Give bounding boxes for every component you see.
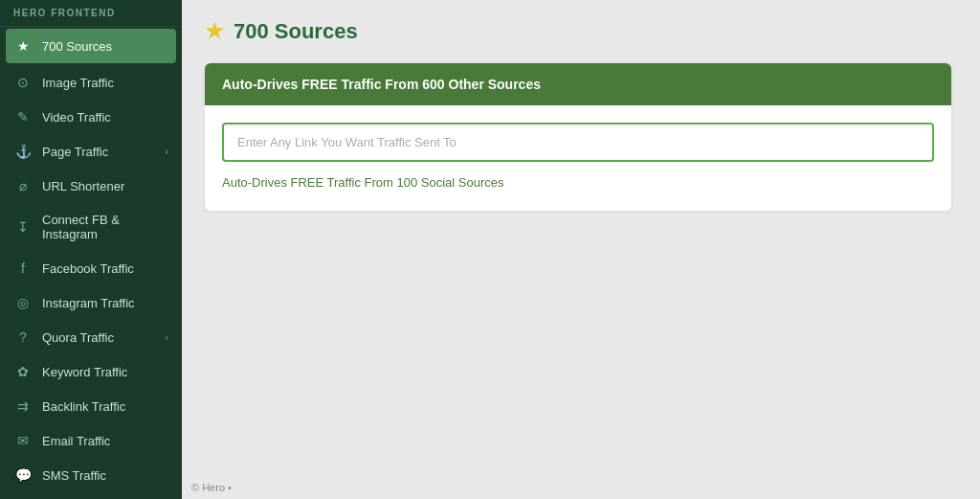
sms-traffic-icon: 💬 — [13, 467, 33, 483]
backlink-traffic-icon: ⇉ — [13, 398, 33, 414]
page-title: ★ 700 Sources — [205, 19, 957, 44]
star-icon: ★ — [205, 19, 224, 44]
sources-icon: ★ — [13, 38, 33, 54]
video-traffic-icon: ✎ — [13, 109, 33, 125]
sidebar-item-label-backlink-traffic: Backlink Traffic — [42, 399, 125, 414]
connect-fb-icon: ↧ — [13, 219, 33, 235]
sidebar-item-connect-fb[interactable]: ↧Connect FB & Instagram — [0, 203, 182, 251]
sidebar-item-label-quora-traffic: Quora Traffic — [42, 330, 114, 345]
sidebar-item-backlink-traffic[interactable]: ⇉Backlink Traffic — [0, 389, 182, 423]
brand-label: HERO FRONTEND — [0, 0, 182, 27]
sidebar-item-label-facebook-traffic: Facebook Traffic — [42, 261, 134, 276]
sidebar-item-sources[interactable]: ★700 Sources — [6, 29, 176, 63]
sidebar-item-label-instagram-traffic: Instagram Traffic — [42, 296, 135, 310]
sidebar-item-label-sms-traffic: SMS Traffic — [42, 468, 106, 483]
sidebar-item-keyword-traffic[interactable]: ✿Keyword Traffic — [0, 354, 182, 389]
main-content: ★ 700 Sources Auto-Drives FREE Traffic F… — [182, 0, 980, 499]
chevron-icon-page-traffic: › — [165, 146, 168, 157]
instagram-traffic-icon: ◎ — [13, 295, 33, 310]
quora-traffic-icon: ? — [13, 329, 33, 345]
traffic-card: Auto-Drives FREE Traffic From 600 Other … — [205, 63, 951, 211]
sidebar-item-label-url-shortener: URL Shortener — [42, 179, 124, 193]
sidebar-item-video-traffic[interactable]: ✎Video Traffic — [0, 100, 182, 134]
sidebar-item-label-keyword-traffic: Keyword Traffic — [42, 365, 127, 379]
sidebar: HERO FRONTEND ★700 Sources⊙Image Traffic… — [0, 0, 182, 499]
card-footer-text: Auto-Drives FREE Traffic From 100 Social… — [222, 175, 934, 193]
keyword-traffic-icon: ✿ — [13, 364, 33, 379]
sidebar-item-label-page-traffic: Page Traffic — [42, 145, 108, 159]
page-traffic-icon: ⚓ — [13, 144, 33, 159]
sidebar-item-label-video-traffic: Video Traffic — [42, 110, 111, 125]
url-shortener-icon: ⌀ — [13, 178, 33, 193]
facebook-traffic-icon: f — [13, 261, 33, 276]
url-input[interactable] — [222, 123, 934, 162]
sidebar-item-label-email-traffic: Email Traffic — [42, 434, 110, 448]
card-header: Auto-Drives FREE Traffic From 600 Other … — [205, 63, 951, 105]
sidebar-item-url-shortener[interactable]: ⌀URL Shortener — [0, 169, 182, 203]
sidebar-item-image-traffic[interactable]: ⊙Image Traffic — [0, 65, 182, 100]
sidebar-item-quora-traffic[interactable]: ?Quora Traffic› — [0, 320, 182, 354]
sidebar-item-label-image-traffic: Image Traffic — [42, 76, 114, 90]
sidebar-item-instagram-traffic[interactable]: ◎Instagram Traffic — [0, 285, 182, 320]
sidebar-item-website-comparison[interactable]: ℹWebsite comparison — [0, 492, 182, 499]
card-body: Auto-Drives FREE Traffic From 100 Social… — [205, 105, 951, 211]
sidebar-item-sms-traffic[interactable]: 💬SMS Traffic — [0, 458, 182, 492]
page-title-text: 700 Sources — [234, 19, 358, 44]
chevron-icon-quora-traffic: › — [165, 331, 168, 343]
sidebar-item-email-traffic[interactable]: ✉Email Traffic — [0, 423, 182, 458]
sidebar-item-page-traffic[interactable]: ⚓Page Traffic› — [0, 134, 182, 169]
sidebar-item-label-sources: 700 Sources — [42, 39, 112, 54]
footer-text: © Hero • — [191, 482, 232, 493]
email-traffic-icon: ✉ — [13, 433, 33, 448]
sidebar-item-facebook-traffic[interactable]: fFacebook Traffic — [0, 251, 182, 285]
image-traffic-icon: ⊙ — [13, 75, 33, 90]
sidebar-item-label-connect-fb: Connect FB & Instagram — [42, 213, 168, 241]
